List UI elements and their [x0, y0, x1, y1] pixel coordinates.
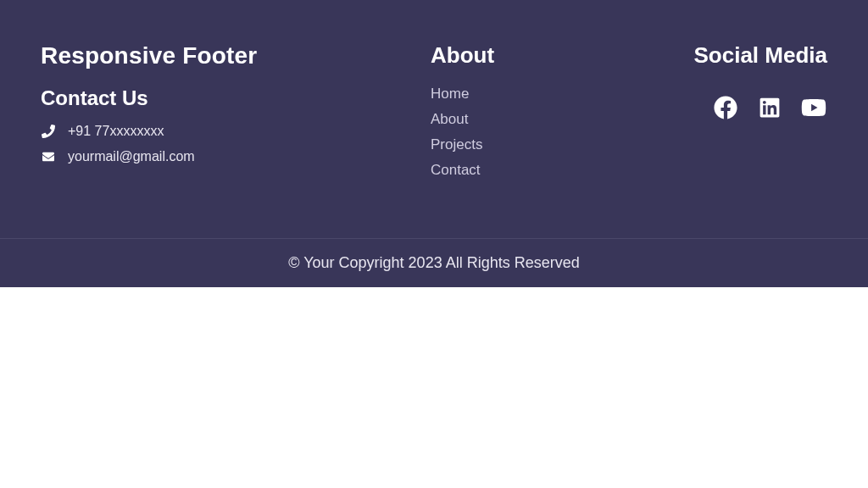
nav-link-home[interactable]: Home	[431, 86, 469, 102]
about-heading: About	[431, 42, 634, 69]
copyright-text: © Your Copyright 2023 All Rights Reserve…	[288, 254, 579, 271]
nav-link-about[interactable]: About	[431, 111, 468, 127]
envelope-icon	[41, 149, 56, 164]
footer-copyright: © Your Copyright 2023 All Rights Reserve…	[0, 238, 868, 287]
footer-main: Responsive Footer Contact Us +91 77xxxxx…	[0, 0, 868, 238]
contact-phone-row: +91 77xxxxxxxx	[41, 124, 397, 139]
facebook-icon[interactable]	[712, 94, 739, 121]
footer-title: Responsive Footer	[41, 42, 397, 69]
contact-email-row: yourmail@gmail.com	[41, 149, 397, 164]
footer: Responsive Footer Contact Us +91 77xxxxx…	[0, 0, 868, 287]
list-item: Contact	[431, 162, 634, 179]
about-nav-list: Home About Projects Contact	[431, 86, 634, 179]
contact-phone-text: +91 77xxxxxxxx	[68, 124, 164, 139]
list-item: Projects	[431, 136, 634, 153]
social-heading: Social Media	[668, 42, 827, 69]
footer-column-contact: Responsive Footer Contact Us +91 77xxxxx…	[41, 42, 397, 187]
youtube-icon[interactable]	[800, 94, 827, 121]
footer-column-about: About Home About Projects Contact	[431, 42, 634, 187]
nav-link-contact[interactable]: Contact	[431, 162, 481, 178]
social-icons-row	[668, 94, 827, 121]
nav-link-projects[interactable]: Projects	[431, 136, 482, 152]
contact-heading: Contact Us	[41, 86, 397, 110]
footer-column-social: Social Media	[668, 42, 827, 187]
list-item: About	[431, 111, 634, 128]
phone-icon	[41, 124, 56, 139]
list-item: Home	[431, 86, 634, 103]
linkedin-icon[interactable]	[756, 94, 783, 121]
contact-email-text: yourmail@gmail.com	[68, 149, 195, 164]
